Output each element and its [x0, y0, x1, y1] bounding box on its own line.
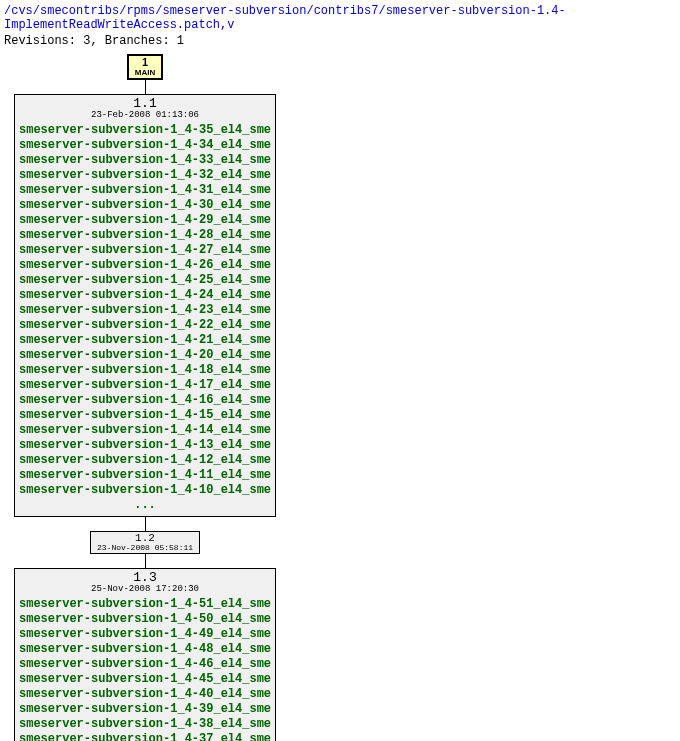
- revision-node-1-3[interactable]: 1.3 25-Nov-2008 17:20:30 smeserver-subve…: [14, 568, 276, 741]
- branch-number: 1: [135, 57, 155, 69]
- revision-tag: smeserver-subversion-1_4-13_el4_sme: [19, 438, 271, 453]
- revision-tag: smeserver-subversion-1_4-21_el4_sme: [19, 333, 271, 348]
- revision-tag: smeserver-subversion-1_4-33_el4_sme: [19, 153, 271, 168]
- revision-tag: smeserver-subversion-1_4-28_el4_sme: [19, 228, 271, 243]
- revision-node-1-2[interactable]: 1.2 23-Nov-2008 05:58:11: [90, 531, 200, 554]
- revision-tag: smeserver-subversion-1_4-32_el4_sme: [19, 168, 271, 183]
- revision-node-1-1[interactable]: 1.1 23-Feb-2008 01:13:06 smeserver-subve…: [14, 94, 276, 517]
- revision-meta: Revisions: 3, Branches: 1: [4, 34, 676, 48]
- revision-tags: smeserver-subversion-1_4-35_el4_smesmese…: [19, 123, 271, 498]
- revision-tag: smeserver-subversion-1_4-26_el4_sme: [19, 258, 271, 273]
- revision-tag: smeserver-subversion-1_4-11_el4_sme: [19, 468, 271, 483]
- revision-tag: smeserver-subversion-1_4-29_el4_sme: [19, 213, 271, 228]
- revision-tag: smeserver-subversion-1_4-12_el4_sme: [19, 453, 271, 468]
- tags-ellipsis: ...: [19, 498, 271, 512]
- revision-tags: smeserver-subversion-1_4-51_el4_smesmese…: [19, 597, 271, 741]
- revision-tag: smeserver-subversion-1_4-17_el4_sme: [19, 378, 271, 393]
- revision-tag: smeserver-subversion-1_4-10_el4_sme: [19, 483, 271, 498]
- revision-tag: smeserver-subversion-1_4-37_el4_sme: [19, 732, 271, 741]
- revision-tag: smeserver-subversion-1_4-24_el4_sme: [19, 288, 271, 303]
- revision-date: 23-Feb-2008 01:13:06: [19, 111, 271, 121]
- revision-tag: smeserver-subversion-1_4-40_el4_sme: [19, 687, 271, 702]
- file-path: /cvs/smecontribs/rpms/smeserver-subversi…: [4, 4, 676, 32]
- revision-tag: smeserver-subversion-1_4-35_el4_sme: [19, 123, 271, 138]
- graph-connector: [145, 517, 146, 531]
- revision-tag: smeserver-subversion-1_4-30_el4_sme: [19, 198, 271, 213]
- revision-tag: smeserver-subversion-1_4-51_el4_sme: [19, 597, 271, 612]
- revision-number: 1.2: [97, 533, 193, 544]
- revision-number: 1.3: [19, 571, 271, 585]
- revision-tag: smeserver-subversion-1_4-25_el4_sme: [19, 273, 271, 288]
- branch-name: MAIN: [135, 69, 155, 77]
- revision-tag: smeserver-subversion-1_4-34_el4_sme: [19, 138, 271, 153]
- revision-tag: smeserver-subversion-1_4-14_el4_sme: [19, 423, 271, 438]
- revision-date: 25-Nov-2008 17:20:30: [19, 585, 271, 595]
- revision-tag: smeserver-subversion-1_4-18_el4_sme: [19, 363, 271, 378]
- revision-tag: smeserver-subversion-1_4-39_el4_sme: [19, 702, 271, 717]
- revision-tag: smeserver-subversion-1_4-46_el4_sme: [19, 657, 271, 672]
- revision-tag: smeserver-subversion-1_4-23_el4_sme: [19, 303, 271, 318]
- revision-date: 23-Nov-2008 05:58:11: [97, 544, 193, 552]
- revision-tag: smeserver-subversion-1_4-31_el4_sme: [19, 183, 271, 198]
- revision-number: 1.1: [19, 97, 271, 111]
- branch-node[interactable]: 1 MAIN: [127, 54, 163, 80]
- revision-tag: smeserver-subversion-1_4-15_el4_sme: [19, 408, 271, 423]
- revision-tag: smeserver-subversion-1_4-38_el4_sme: [19, 717, 271, 732]
- revision-tag: smeserver-subversion-1_4-48_el4_sme: [19, 642, 271, 657]
- revision-tag: smeserver-subversion-1_4-20_el4_sme: [19, 348, 271, 363]
- graph-connector: [145, 80, 146, 94]
- revision-tag: smeserver-subversion-1_4-50_el4_sme: [19, 612, 271, 627]
- revision-graph: 1 MAIN 1.1 23-Feb-2008 01:13:06 smeserve…: [14, 54, 276, 741]
- graph-connector: [145, 554, 146, 568]
- revision-tag: smeserver-subversion-1_4-45_el4_sme: [19, 672, 271, 687]
- revision-tag: smeserver-subversion-1_4-22_el4_sme: [19, 318, 271, 333]
- revision-tag: smeserver-subversion-1_4-27_el4_sme: [19, 243, 271, 258]
- revision-tag: smeserver-subversion-1_4-16_el4_sme: [19, 393, 271, 408]
- revision-tag: smeserver-subversion-1_4-49_el4_sme: [19, 627, 271, 642]
